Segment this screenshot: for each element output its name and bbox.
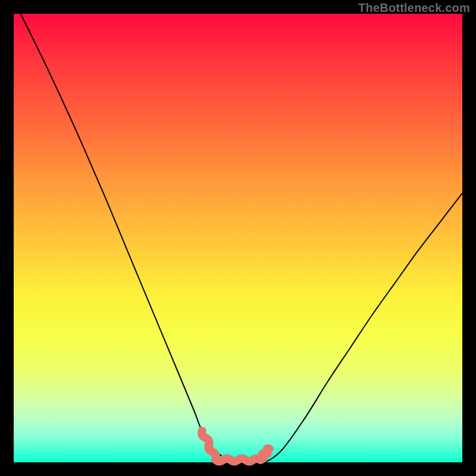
bottleneck-curve-line — [14, 0, 462, 462]
watermark-text: TheBottleneck.com — [358, 1, 470, 15]
highlight-group — [202, 431, 270, 461]
highlight-bottom — [215, 459, 260, 462]
highlight-left — [202, 431, 216, 459]
highlight-right — [261, 449, 270, 459]
plot-area — [14, 14, 462, 462]
chart-frame: TheBottleneck.com — [0, 0, 476, 476]
chart-svg — [14, 14, 462, 462]
